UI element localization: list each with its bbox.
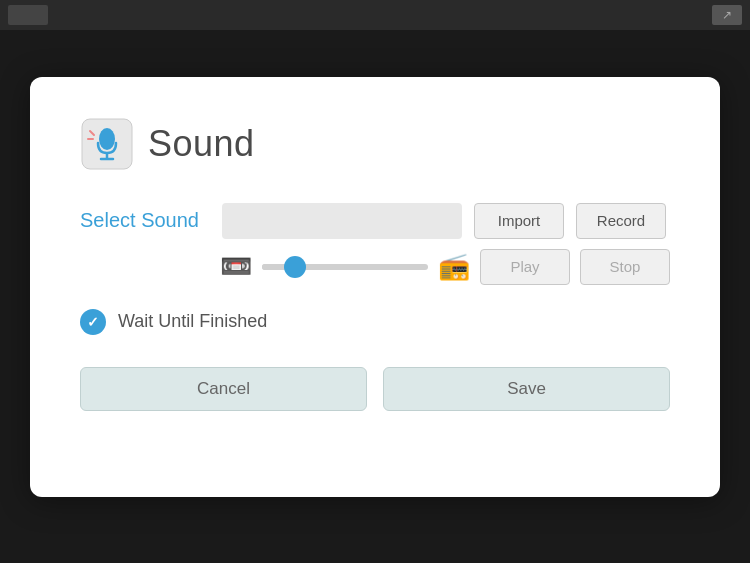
- sound-svg-icon: [80, 117, 134, 171]
- sound-icon: [80, 117, 134, 171]
- sound-input[interactable]: [222, 203, 462, 239]
- record-button[interactable]: Record: [576, 203, 666, 239]
- save-button[interactable]: Save: [383, 367, 670, 411]
- titlebar: ↗: [0, 0, 750, 30]
- select-sound-label: Select Sound: [80, 209, 210, 232]
- checkmark-icon: ✓: [87, 314, 99, 330]
- titlebar-left-icon: [8, 5, 48, 25]
- wait-label: Wait Until Finished: [118, 311, 267, 332]
- import-button[interactable]: Import: [474, 203, 564, 239]
- slider-left-icon: 📼: [220, 251, 252, 282]
- stop-button[interactable]: Stop: [580, 249, 670, 285]
- wait-until-finished-row: ✓ Wait Until Finished: [80, 309, 670, 335]
- play-button[interactable]: Play: [480, 249, 570, 285]
- dialog-footer: Cancel Save: [80, 367, 670, 411]
- svg-point-1: [99, 128, 115, 150]
- titlebar-right-icon: ↗: [712, 5, 742, 25]
- dialog: Sound Select Sound Import Record 📼 📻 Pla…: [30, 77, 720, 497]
- wait-checkbox[interactable]: ✓: [80, 309, 106, 335]
- volume-slider[interactable]: [262, 257, 428, 277]
- cancel-button[interactable]: Cancel: [80, 367, 367, 411]
- slider-right-icon: 📻: [438, 251, 470, 282]
- dialog-header: Sound: [80, 117, 670, 171]
- dialog-title: Sound: [148, 123, 255, 165]
